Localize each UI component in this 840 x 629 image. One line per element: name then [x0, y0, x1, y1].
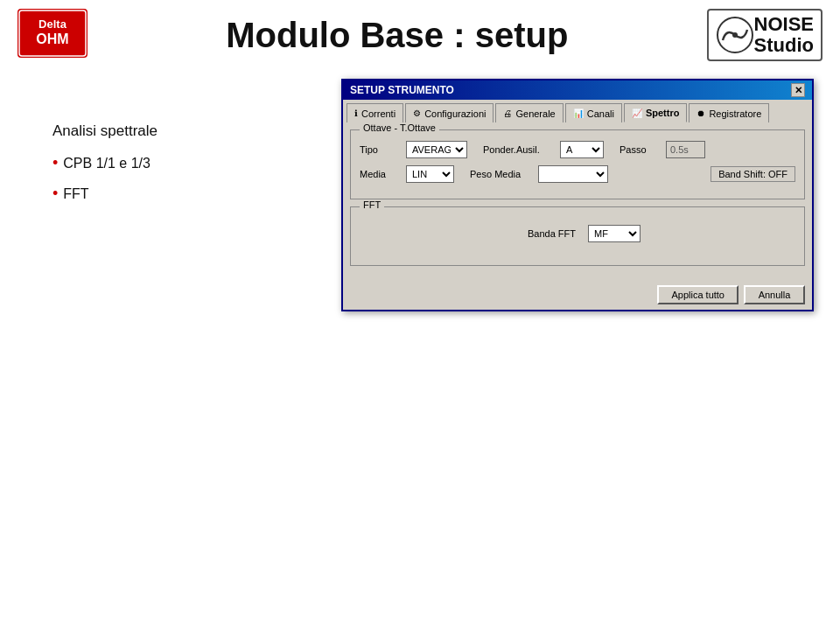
delta-ohm-logo: Delta OHM: [18, 9, 88, 61]
tab-label: Configurazioni: [424, 108, 486, 119]
bullet-icon: •: [52, 154, 58, 172]
passo-label: Passo: [620, 144, 659, 155]
tabs-bar: ℹ Correnti ⚙ Configurazioni 🖨 Generale 📊…: [343, 100, 812, 122]
ponder-label: Ponder.Ausil.: [483, 144, 553, 155]
registratore-icon: ⏺: [696, 108, 705, 118]
group-fft-title: FFT: [360, 199, 384, 210]
tipo-select[interactable]: AVERAG: [406, 141, 467, 158]
banda-fft-select[interactable]: MF: [588, 225, 640, 242]
page-title: Modulo Base : setup: [88, 16, 707, 55]
tab-spettro[interactable]: 📈 Spettro: [624, 103, 688, 122]
form-row-tipo: Tipo AVERAG Ponder.Ausil. A Passo: [360, 141, 795, 158]
dialog-content: Ottave - T.Ottave Tipo AVERAG Ponder.Aus…: [343, 122, 812, 280]
config-icon: ⚙: [413, 108, 421, 118]
tab-registratore[interactable]: ⏺ Registratore: [689, 103, 769, 122]
form-row-media: Media LIN Peso Media Band Shift: OFF: [360, 165, 795, 183]
noise-studio-text: NOISE Studio: [754, 14, 814, 56]
tab-label: Correnti: [361, 108, 396, 119]
setup-dialog: SETUP STRUMENTO ✕ ℹ Correnti ⚙ Configura…: [341, 79, 814, 311]
close-button[interactable]: ✕: [791, 83, 805, 97]
tab-label: Canali: [587, 108, 614, 119]
peso-label: Peso Media: [470, 169, 531, 179]
banda-fft-label: Banda FFT: [514, 228, 576, 239]
tab-canali[interactable]: 📊 Canali: [565, 103, 622, 122]
tab-configurazioni[interactable]: ⚙ Configurazioni: [405, 103, 494, 122]
left-panel: Analisi spettrale • CPB 1/1 e 1/3 • FFT: [52, 122, 158, 215]
header: Delta OHM Modulo Base : setup NOISE Stud…: [0, 0, 840, 70]
form-row-fft: Banda FFT MF: [360, 218, 795, 249]
media-label: Media: [360, 169, 399, 179]
peso-select[interactable]: [538, 165, 608, 183]
canali-icon: 📊: [573, 108, 584, 118]
dialog-footer: Applica tutto Annulla: [343, 280, 812, 310]
dialog-titlebar: SETUP STRUMENTO ✕: [343, 80, 812, 100]
tab-label: Registratore: [709, 108, 761, 119]
noise-studio-logo: NOISE Studio: [707, 9, 822, 61]
apply-button[interactable]: Applica tutto: [657, 285, 738, 304]
svg-point-5: [732, 32, 738, 38]
correnti-icon: ℹ: [354, 108, 358, 118]
tipo-label: Tipo: [360, 144, 399, 155]
bullet-icon: •: [52, 185, 58, 203]
group-ottave: Ottave - T.Ottave Tipo AVERAG Ponder.Aus…: [350, 129, 805, 199]
media-select[interactable]: LIN: [406, 165, 454, 183]
ponder-select[interactable]: A: [560, 141, 604, 158]
section-title: Analisi spettrale: [52, 122, 158, 140]
tab-correnti[interactable]: ℹ Correnti: [346, 103, 403, 122]
list-item-label: CPB 1/1 e 1/3: [63, 156, 150, 171]
cancel-button[interactable]: Annulla: [744, 285, 805, 304]
svg-text:Delta: Delta: [38, 17, 67, 31]
dialog-title: SETUP STRUMENTO: [350, 84, 454, 96]
tab-label: Spettro: [646, 108, 680, 118]
list-item: • FFT: [52, 185, 158, 203]
tab-label: Generale: [515, 108, 555, 119]
list-item-label: FFT: [63, 186, 88, 202]
band-shift-label: Band Shift: OFF: [710, 166, 795, 182]
list-item: • CPB 1/1 e 1/3: [52, 154, 158, 172]
spettro-icon: 📈: [632, 108, 642, 118]
group-fft: FFT Banda FFT MF: [350, 206, 805, 266]
svg-text:OHM: OHM: [36, 31, 68, 46]
generale-icon: 🖨: [503, 108, 512, 118]
passo-input: [666, 141, 705, 158]
group-ottave-title: Ottave - T.Ottave: [360, 122, 439, 133]
tab-generale[interactable]: 🖨 Generale: [495, 103, 563, 122]
